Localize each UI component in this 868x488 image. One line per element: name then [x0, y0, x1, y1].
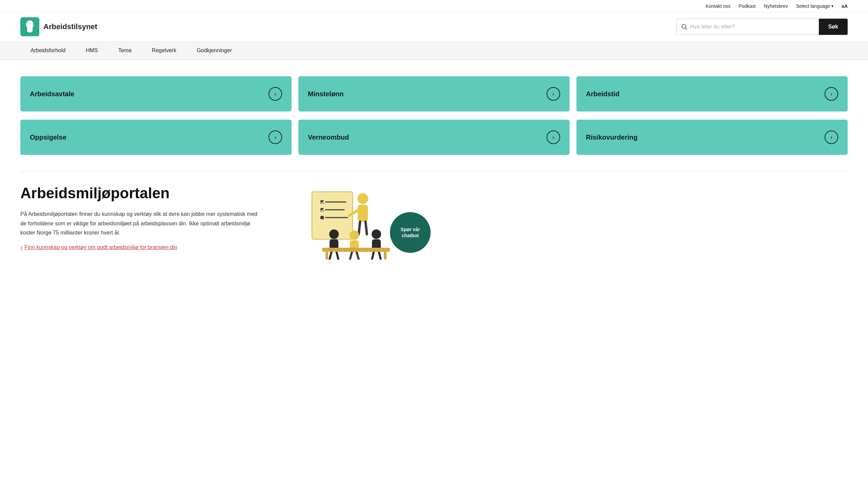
chatbot-button[interactable]: Spør vår chatbot [390, 212, 431, 253]
nav-item-regelverk[interactable]: Regelverk [142, 41, 186, 60]
logo-link[interactable]: Arbeidstilsynet [20, 17, 97, 36]
language-selector[interactable]: Select language ▾ [796, 3, 833, 9]
link-arrow-icon: › [20, 244, 22, 251]
svg-line-24 [336, 251, 338, 260]
logo-icon [20, 17, 39, 36]
search-icon [681, 23, 688, 30]
search-wrapper [676, 19, 819, 35]
card-label: Arbeidstid [586, 90, 619, 98]
portal-image-area: Spør vår chatbot [278, 185, 420, 260]
svg-line-31 [372, 251, 374, 260]
nav-item-godkjenninger[interactable]: Godkjenninger [186, 41, 242, 60]
card-arbeidstid[interactable]: Arbeidstid › [576, 76, 848, 111]
logo-text: Arbeidstilsynet [43, 22, 97, 31]
main-nav: Arbeidsforhold HMS Tema Regelverk Godkje… [0, 41, 868, 60]
card-minstelonn[interactable]: Minstelønn › [298, 76, 570, 111]
card-verneombud[interactable]: Verneombud › [298, 120, 570, 155]
card-arrow-icon: › [825, 130, 838, 144]
card-arrow-icon: › [269, 130, 282, 144]
svg-line-20 [366, 222, 367, 234]
portal-title: Arbeidsmiljøportalen [20, 185, 258, 201]
chatbot-line2: chatbot [402, 232, 419, 239]
svg-rect-6 [27, 27, 33, 32]
svg-line-32 [379, 251, 381, 260]
top-bar: Kontakt oss Podkast Nyhetsbrev Select la… [0, 0, 868, 13]
svg-rect-5 [28, 21, 32, 22]
card-arbeidsavtale[interactable]: Arbeidsavtale › [20, 76, 292, 111]
portal-section: Arbeidsmiljøportalen På Arbeidsmiljøport… [20, 185, 848, 273]
card-oppsigelse[interactable]: Oppsigelse › [20, 120, 292, 155]
nav-item-arbeidsforhold[interactable]: Arbeidsforhold [20, 41, 76, 60]
svg-point-16 [357, 193, 368, 204]
card-label: Verneombud [308, 134, 349, 141]
card-label: Risikovurdering [586, 134, 637, 141]
svg-point-7 [682, 24, 686, 28]
section-divider [20, 171, 848, 171]
card-label: Oppsigelse [30, 134, 66, 141]
nav-item-hms[interactable]: HMS [76, 41, 108, 60]
svg-rect-17 [358, 205, 368, 222]
site-header: Arbeidstilsynet Søk [0, 13, 868, 41]
search-button[interactable]: Søk [819, 19, 848, 35]
svg-point-3 [27, 22, 29, 24]
portal-text-area: Arbeidsmiljøportalen På Arbeidsmiljøport… [20, 185, 258, 251]
card-arrow-icon: › [269, 87, 282, 101]
card-grid-row2: Oppsigelse › Verneombud › Risikovurderin… [20, 120, 848, 155]
card-arrow-icon: › [547, 87, 560, 101]
svg-point-21 [329, 229, 339, 239]
svg-point-29 [372, 229, 381, 239]
card-label: Minstelønn [308, 90, 344, 98]
svg-rect-33 [322, 248, 390, 252]
card-grid-row1: Arbeidsavtale › Minstelønn › Arbeidstid … [20, 76, 848, 111]
portal-link-label: Finn kunnskap og verktøy om godt arbeids… [24, 244, 177, 250]
font-size-toggle[interactable]: aA [842, 3, 848, 9]
main-content: Arbeidsavtale › Minstelønn › Arbeidstid … [0, 60, 868, 273]
portal-link[interactable]: › Finn kunnskap og verktøy om godt arbei… [20, 244, 258, 251]
search-input[interactable] [690, 24, 815, 30]
search-area: Søk [676, 19, 848, 35]
chevron-down-icon: ▾ [831, 4, 833, 8]
chatbot-line1: Spør vår [401, 226, 420, 232]
svg-line-27 [350, 252, 352, 260]
svg-rect-34 [326, 252, 328, 260]
card-arrow-icon: › [547, 130, 560, 144]
nav-item-tema[interactable]: Tema [108, 41, 142, 60]
svg-point-25 [350, 230, 359, 240]
nyhetsbrev-link[interactable]: Nyhetsbrev [764, 3, 788, 9]
svg-line-19 [359, 222, 360, 234]
language-label: Select language [796, 3, 830, 9]
svg-rect-35 [384, 252, 387, 260]
card-risikovurdering[interactable]: Risikovurdering › [576, 120, 848, 155]
podkast-link[interactable]: Podkast [738, 3, 756, 9]
svg-line-8 [686, 28, 687, 29]
portal-body: På Arbeidsmiljøportalen finner du kunnsk… [20, 209, 258, 237]
kontakt-link[interactable]: Kontakt oss [706, 3, 730, 9]
card-label: Arbeidsavtale [30, 90, 74, 98]
svg-line-23 [330, 251, 332, 260]
svg-line-28 [357, 252, 359, 260]
svg-point-4 [31, 22, 33, 24]
svg-rect-14 [320, 216, 324, 219]
card-arrow-icon: › [825, 87, 838, 101]
